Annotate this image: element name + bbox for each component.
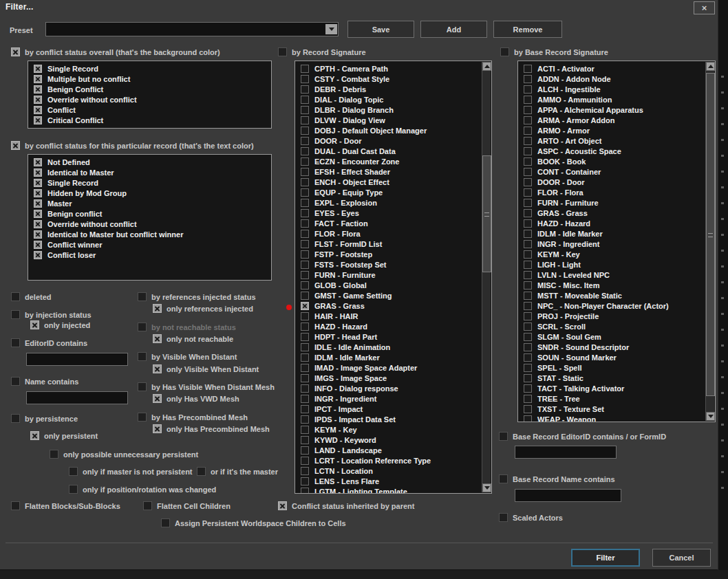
list-item[interactable]: ALCH - Ingestible xyxy=(518,84,715,94)
list-item[interactable]: IDLM - Idle Marker xyxy=(518,228,715,239)
assign-persistent-worldspace-checkbox[interactable] xyxy=(161,518,170,527)
only-persistent-checkbox[interactable] xyxy=(30,431,39,440)
item-checkbox[interactable] xyxy=(301,426,309,434)
list-item[interactable]: INGR - Ingredient xyxy=(295,393,491,404)
list-item[interactable]: EQUP - Equip Type xyxy=(295,187,491,197)
item-checkbox[interactable] xyxy=(301,75,309,83)
item-checkbox[interactable] xyxy=(301,312,309,320)
item-checkbox[interactable] xyxy=(301,457,309,465)
list-item[interactable]: LCTN - Location xyxy=(295,466,491,476)
list-item[interactable]: SOUN - Sound Marker xyxy=(518,352,715,362)
or-if-its-the-master-row[interactable]: or if it's the master xyxy=(197,467,278,476)
item-checkbox[interactable] xyxy=(524,343,532,351)
list-item[interactable]: ADDN - Addon Node xyxy=(518,74,715,84)
item-checkbox[interactable] xyxy=(301,343,309,351)
list-item[interactable]: Single Record xyxy=(28,63,271,74)
by-record-signature-checkbox[interactable] xyxy=(278,47,287,56)
list-item[interactable]: MISC - Misc. Item xyxy=(518,280,715,290)
list-item[interactable]: TREE - Tree xyxy=(518,393,715,404)
only-visible-when-distant-checkbox[interactable] xyxy=(153,364,162,373)
list-item[interactable]: IMGS - Image Space xyxy=(295,373,491,383)
list-item[interactable]: CPTH - Camera Path xyxy=(295,63,491,74)
item-checkbox[interactable] xyxy=(524,415,532,423)
list-item[interactable]: Benign Conflict xyxy=(28,84,271,94)
item-checkbox[interactable] xyxy=(301,188,309,197)
list-item[interactable]: Override without conflict xyxy=(28,94,271,105)
item-checkbox[interactable] xyxy=(34,96,42,104)
list-item[interactable]: INFO - Dialog response xyxy=(295,383,491,393)
item-checkbox[interactable] xyxy=(524,65,532,73)
list-item[interactable]: IDLE - Idle Animation xyxy=(295,342,491,352)
item-checkbox[interactable] xyxy=(524,374,532,382)
by-injection-status-row[interactable]: by injection status xyxy=(11,310,92,319)
list-item[interactable]: Master xyxy=(28,198,271,208)
item-checkbox[interactable] xyxy=(301,209,309,217)
editorid-contains-checkbox[interactable] xyxy=(11,338,20,347)
item-checkbox[interactable] xyxy=(524,405,532,413)
item-checkbox[interactable] xyxy=(301,168,309,176)
item-checkbox[interactable] xyxy=(524,230,532,238)
list-item[interactable]: Conflict loser xyxy=(28,250,271,260)
base-record-editorid-checkbox[interactable] xyxy=(499,432,508,441)
item-checkbox[interactable] xyxy=(524,250,532,259)
item-checkbox[interactable] xyxy=(524,137,532,145)
by-conflict-overall-row[interactable]: by conflict status overall (that's the b… xyxy=(11,47,220,56)
item-checkbox[interactable] xyxy=(301,271,309,279)
editorid-contains-row[interactable]: EditorID contains xyxy=(11,338,87,347)
only-if-master-not-persistent-checkbox[interactable] xyxy=(69,467,78,476)
list-item[interactable]: FLOR - Flora xyxy=(295,228,491,239)
list-item[interactable]: LGTM - Lighting Template xyxy=(295,486,491,494)
list-item[interactable]: BOOK - Book xyxy=(518,156,715,166)
by-visible-when-distant-checkbox[interactable] xyxy=(138,352,147,361)
only-if-master-not-persistent-row[interactable]: only if master is not persistent xyxy=(69,467,193,476)
item-checkbox[interactable] xyxy=(524,240,532,248)
or-if-its-the-master-checkbox[interactable] xyxy=(197,467,206,476)
list-item[interactable]: KYWD - Keyword xyxy=(295,435,491,445)
list-item[interactable]: KEYM - Key xyxy=(518,249,715,259)
by-persistence-row[interactable]: by persistence xyxy=(11,414,78,423)
conflict-status-inherited-row[interactable]: Conflict status inherited by parent xyxy=(278,501,414,510)
name-contains-checkbox[interactable] xyxy=(11,377,20,386)
list-item[interactable]: HAZD - Hazard xyxy=(518,218,715,228)
list-item[interactable]: Identical to Master but conflict winner xyxy=(28,229,271,239)
item-checkbox[interactable] xyxy=(524,106,532,114)
only-has-vwd-mesh-row[interactable]: only Has VWD Mesh xyxy=(153,394,239,403)
item-checkbox[interactable] xyxy=(34,189,42,197)
list-item[interactable]: Conflict winner xyxy=(28,239,271,250)
deleted-row[interactable]: deleted xyxy=(11,292,52,301)
base-record-editorid-row[interactable]: Base Record EditorID contains / or FormI… xyxy=(499,432,666,441)
list-item[interactable]: INGR - Ingredient xyxy=(518,239,715,249)
item-checkbox[interactable] xyxy=(301,323,309,331)
by-not-reachable-row[interactable]: by not reachable status xyxy=(138,323,236,331)
item-checkbox[interactable] xyxy=(34,179,42,187)
item-checkbox[interactable] xyxy=(301,302,309,310)
by-conflict-particular-checkbox[interactable] xyxy=(11,141,20,150)
item-checkbox[interactable] xyxy=(34,251,42,259)
item-checkbox[interactable] xyxy=(524,302,532,310)
list-item[interactable]: IPDS - Impact Data Set xyxy=(295,414,491,424)
list-item[interactable]: WEAP - Weapon xyxy=(518,414,715,422)
item-checkbox[interactable] xyxy=(301,106,309,114)
by-base-record-signature-row[interactable]: by Base Record Signature xyxy=(500,47,608,56)
base-record-name-checkbox[interactable] xyxy=(499,474,508,483)
item-checkbox[interactable] xyxy=(301,127,309,135)
item-checkbox[interactable] xyxy=(301,157,309,166)
item-checkbox[interactable] xyxy=(524,271,532,279)
list-item[interactable]: LENS - Lens Flare xyxy=(295,476,491,486)
item-checkbox[interactable] xyxy=(524,209,532,217)
flatten-blocks-checkbox[interactable] xyxy=(11,501,20,510)
list-item[interactable]: STAT - Static xyxy=(518,373,715,383)
item-checkbox[interactable] xyxy=(301,178,309,186)
list-item[interactable]: DOOR - Door xyxy=(518,177,715,187)
base-record-name-row[interactable]: Base Record Name contains xyxy=(499,474,615,483)
by-persistence-checkbox[interactable] xyxy=(11,414,20,423)
record-signature-list[interactable]: CPTH - Camera PathCSTY - Combat StyleDEB… xyxy=(295,61,492,494)
item-checkbox[interactable] xyxy=(524,75,532,83)
list-item[interactable]: ARMA - Armor Addon xyxy=(518,115,715,125)
by-precombined-mesh-checkbox[interactable] xyxy=(138,413,147,422)
by-references-injected-checkbox[interactable] xyxy=(138,292,147,301)
list-item[interactable]: DLVW - Dialog View xyxy=(295,115,491,125)
editorid-input[interactable] xyxy=(26,353,128,366)
only-not-reachable-checkbox[interactable] xyxy=(153,334,162,343)
item-checkbox[interactable] xyxy=(301,488,309,494)
